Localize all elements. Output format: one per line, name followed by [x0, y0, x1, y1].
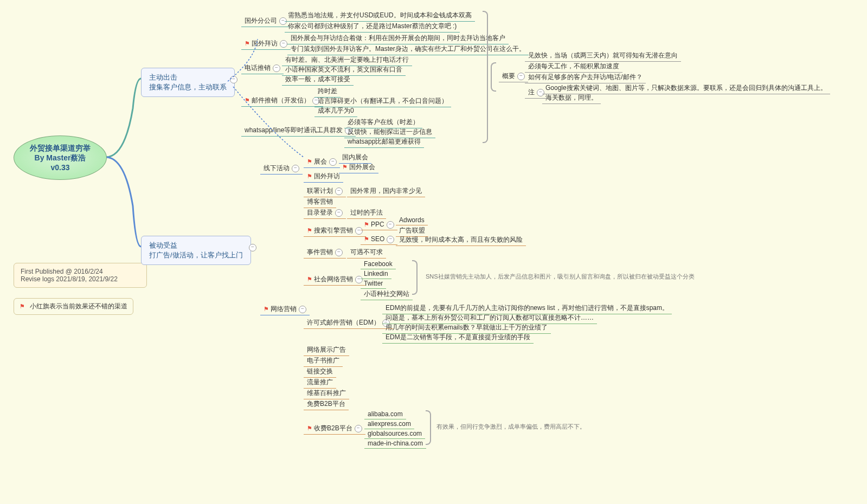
node[interactable]: 国外展会与拜访结合着做：利用在国外开展会的期间，同时去拜访当地客户 [287, 33, 509, 44]
node[interactable]: 链接交换 [304, 366, 336, 378]
node[interactable]: Facebook [361, 259, 396, 269]
brace-icon [426, 410, 431, 445]
flag-icon: ⚑ [342, 164, 348, 170]
node[interactable]: Adwords [396, 215, 428, 225]
node[interactable]: ⚑社会网络营销− [304, 274, 366, 286]
node[interactable]: 许可式邮件营销（EDM）− [304, 317, 393, 329]
node[interactable]: 流量推广 [304, 377, 336, 389]
node[interactable]: Linkedin [361, 269, 391, 279]
flag-icon: ⚑ [307, 425, 312, 431]
node[interactable]: ⚑国外展会 [339, 161, 378, 173]
b1-title: 主动出击 [149, 73, 227, 82]
b2-title: 被动受益 [149, 241, 243, 250]
toggle-icon[interactable]: − [335, 209, 343, 217]
node-summary[interactable]: 概要− [499, 70, 528, 82]
flag-icon: ⚑ [364, 221, 369, 228]
toggle-icon[interactable]: − [230, 76, 237, 83]
flag-icon: ⚑ [20, 303, 25, 310]
root-l3: v0.33 [50, 163, 69, 172]
b2-sub: 打广告/做活动，让客户找上门 [149, 250, 243, 260]
node[interactable]: ⚑国外拜访 [304, 171, 343, 183]
node[interactable]: 免费B2B平台 [304, 398, 349, 410]
root-node[interactable]: 外贸接单渠道穷举By Master蔡浩v0.33 [14, 135, 107, 180]
node[interactable]: ⚑PPC− [361, 219, 397, 230]
node[interactable]: 见效慢，时间成本太高，而且有失败的风险 [396, 234, 526, 246]
node[interactable]: 线下活动− [260, 163, 303, 175]
brace-icon [412, 260, 418, 295]
node[interactable]: ⚑SEO− [361, 234, 397, 245]
node[interactable]: 专门策划到国外去拜访客户。Master身边，确实有些大工厂和外贸公司在这么干。 [287, 43, 529, 55]
node[interactable]: 可遇不可求 [347, 247, 386, 259]
node[interactable]: ⚑网络营销− [260, 303, 310, 315]
toggle-icon[interactable]: − [249, 244, 256, 251]
toggle-icon[interactable]: − [387, 221, 394, 229]
toggle-icon[interactable]: − [355, 425, 362, 432]
node[interactable]: aliexpress.com [364, 419, 414, 429]
toggle-icon[interactable]: − [329, 158, 337, 166]
node[interactable]: made-in-china.com [364, 438, 426, 449]
node[interactable]: whatsapp/line等即时通讯工具群发− [241, 125, 356, 137]
b1-sub: 搜集客户信息，主动联系 [149, 82, 227, 92]
flag-icon: ⚑ [245, 97, 250, 104]
toggle-icon[interactable]: − [387, 236, 394, 243]
toggle-icon[interactable]: − [335, 188, 343, 195]
node[interactable]: 维基百科推广 [304, 387, 349, 399]
brace-icon [483, 11, 488, 143]
node[interactable]: 如何有足够多的客户去拜访/电话/邮件？ [525, 72, 646, 83]
node[interactable]: ⚑搜索引擎营销− [304, 225, 366, 237]
annotation: SNS社媒营销先主动加人，后发产品信息和图片，吸引别人留言和询盘，所以被归在被动… [426, 273, 695, 281]
branch-passive[interactable]: 被动受益 打广告/做活动，让客户找上门 [141, 236, 251, 265]
flag-icon: ⚑ [307, 227, 312, 234]
sticky-l2: Revise logs 2021/8/19, 2021/9/22 [21, 275, 140, 283]
node[interactable]: Twitter [361, 279, 386, 289]
sticky-note: First Published @ 2016/2/24 Revise logs … [14, 263, 147, 288]
node[interactable]: 海关数据，同理。 [542, 92, 601, 104]
node[interactable]: 联署计划− [304, 185, 346, 197]
legend-text: 小红旗表示当前效果还不错的渠道 [30, 302, 127, 311]
toggle-icon[interactable]: − [299, 306, 306, 313]
node[interactable]: 你家公司都到这种级别了，还是路过Master蔡浩的文章吧 :) [285, 21, 460, 33]
root-l1: 外贸接单渠道穷举 [30, 144, 91, 152]
node[interactable]: 电子书推广 [304, 355, 343, 367]
toggle-icon[interactable]: − [335, 249, 343, 256]
node[interactable]: 电话推销− [241, 62, 284, 74]
legend: ⚑ 小红旗表示当前效果还不错的渠道 [14, 298, 133, 315]
toggle-icon[interactable]: − [273, 64, 280, 72]
sticky-l1: First Published @ 2016/2/24 [21, 268, 140, 275]
brace-icon [491, 62, 496, 92]
root-l2: By Master蔡浩 [35, 153, 86, 162]
node[interactable]: 博客营销 [304, 196, 336, 208]
flag-icon: ⚑ [264, 306, 269, 312]
node[interactable]: 国外分公司− [241, 15, 290, 27]
flag-icon: ⚑ [245, 40, 250, 47]
node[interactable]: 国外常用，国内非常少见 [347, 185, 425, 197]
toggle-icon[interactable]: − [517, 73, 525, 80]
node[interactable]: 见效快，当场（或两三天内）就可得知有无潜在意向 [525, 50, 681, 62]
node[interactable]: alibaba.com [364, 409, 406, 419]
node[interactable]: ⚑邮件推销（开发信）− [241, 95, 323, 107]
branch-active[interactable]: 主动出击 搜集客户信息，主动联系 [141, 68, 235, 97]
flag-icon: ⚑ [307, 276, 312, 282]
node[interactable]: 事件营销− [304, 247, 346, 259]
toggle-icon[interactable]: − [292, 165, 299, 172]
node[interactable]: 必须每天工作，不能积累加速度 [525, 61, 622, 73]
node[interactable]: ⚑收费B2B平台− [304, 423, 365, 435]
node[interactable]: whatsapp比邮箱更难获得 [344, 136, 424, 148]
flag-icon: ⚑ [307, 158, 312, 165]
node[interactable]: ⚑展会− [304, 156, 340, 168]
flag-icon: ⚑ [364, 236, 369, 242]
toggle-icon[interactable]: − [280, 40, 287, 48]
node[interactable]: ⚑国外拜访− [241, 38, 291, 50]
node[interactable]: 过时的手法 [347, 207, 386, 219]
annotation: 有效果，但同行竞争激烈，成单率偏低，费用高层不下。 [436, 423, 586, 431]
node[interactable]: globalsources.com [364, 429, 425, 439]
node[interactable]: 需熟悉当地法规，并支付USD或EUD。时间成本和金钱成本双高 [285, 10, 475, 22]
node[interactable]: 成本几乎为0 [314, 105, 357, 117]
node[interactable]: 效率一般，成本可接受 [282, 74, 354, 86]
node[interactable]: 目录登录− [304, 207, 346, 219]
node[interactable]: EDM是二次销售等手段，不是直接提升业绩的手段 [382, 332, 534, 344]
node[interactable]: 网络展示广告 [304, 344, 349, 356]
node[interactable]: 小语种社交网站 [361, 288, 413, 300]
flag-icon: ⚑ [307, 173, 312, 179]
